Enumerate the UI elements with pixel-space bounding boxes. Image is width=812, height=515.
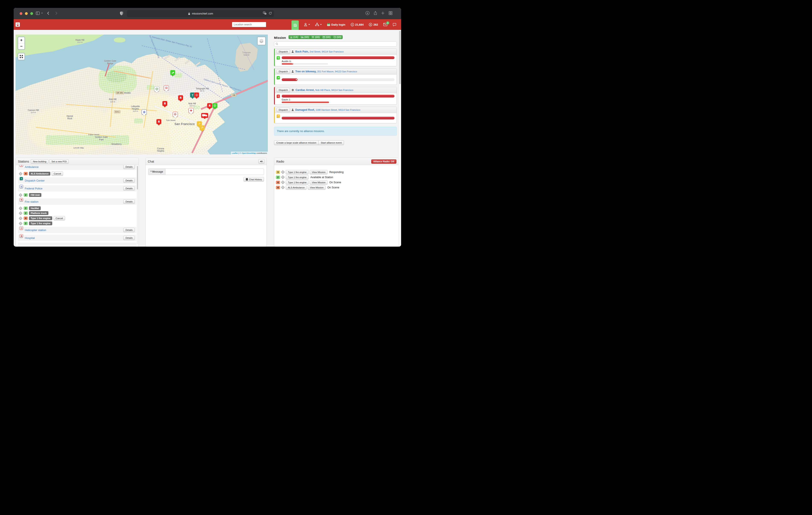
credits-display[interactable]: S 262 xyxy=(369,23,378,26)
osm-link[interactable]: © OpenStreetMap xyxy=(239,152,256,154)
mission-link[interactable]: Tree on bikeway, 201 Fort Mason, 94123 S… xyxy=(295,70,357,73)
station-row-federal-police[interactable]: Federal Police Details xyxy=(18,185,137,192)
cardiac-arrest-marker[interactable] xyxy=(194,92,199,100)
crosshair-icon[interactable] xyxy=(281,186,285,189)
start-alliance-event-button[interactable]: Start alliance event xyxy=(318,140,344,145)
poi-marker[interactable] xyxy=(200,125,205,133)
dispatch-button[interactable]: Dispatch xyxy=(277,88,290,92)
create-alliance-mission-button[interactable]: Create a large scale alliance mission xyxy=(274,140,319,145)
back-pain-marker[interactable] xyxy=(212,103,218,111)
mission-link[interactable]: Damaged Roof, 1188 Harrison Street, 9411… xyxy=(295,108,360,111)
station-row-hospital[interactable]: Hospital Details xyxy=(18,235,137,241)
filter-planned-button[interactable]: (0/0) xyxy=(321,35,332,39)
view-mission-button[interactable]: View Mission xyxy=(310,170,327,174)
set-poi-button[interactable]: Set a new POI xyxy=(49,159,69,164)
profile-menu[interactable] xyxy=(304,23,310,26)
tree-on-bikeway-marker[interactable] xyxy=(170,70,175,78)
zoom-control[interactable]: + − xyxy=(18,37,25,50)
crosshair-icon[interactable] xyxy=(281,181,285,184)
reload-icon[interactable] xyxy=(269,11,272,15)
messages-button[interactable]: 1 xyxy=(383,23,387,26)
mission-card-back-pain[interactable]: Dispatch Back Pain, 2nd Street, 94114 Sa… xyxy=(274,48,397,66)
vehicle-button[interactable]: ALS Ambulance xyxy=(29,172,50,175)
translate-icon[interactable]: A文 xyxy=(263,11,266,15)
chat-toggle-button[interactable] xyxy=(393,23,397,26)
station-link[interactable]: Hospital xyxy=(25,236,35,240)
coins-display[interactable]: C 21,684 xyxy=(351,23,364,26)
zoom-in-button[interactable]: + xyxy=(18,37,25,43)
details-button[interactable]: Details xyxy=(123,228,135,232)
dispatch-button[interactable]: Dispatch xyxy=(277,108,290,112)
forward-icon[interactable] xyxy=(54,11,58,16)
helicopter-station-marker[interactable] xyxy=(173,112,178,119)
crosshair-icon[interactable] xyxy=(19,207,22,210)
ambulance-marker[interactable] xyxy=(201,113,208,120)
crosshair-icon[interactable] xyxy=(19,222,22,225)
missions-tab[interactable] xyxy=(291,21,299,30)
station-row-fire-station[interactable]: Fire station Details xyxy=(18,198,137,205)
vehicle-button[interactable]: Type 1 fire engine xyxy=(286,170,309,174)
hospital-marker[interactable] xyxy=(188,108,194,116)
page-scrollbar[interactable] xyxy=(399,30,401,247)
view-mission-button[interactable]: View Mission xyxy=(310,180,327,185)
fullscreen-button[interactable] xyxy=(18,53,25,60)
mission-card-cardiac-arrest[interactable]: Dispatch Cardiac Arrest, Nob Hill Place,… xyxy=(274,87,397,105)
close-window-button[interactable] xyxy=(20,12,22,15)
vehicle-button[interactable]: Platform truck xyxy=(29,211,49,215)
safety-center-marker[interactable] xyxy=(154,86,159,94)
back-icon[interactable] xyxy=(46,11,51,16)
new-building-button[interactable]: New building xyxy=(31,159,49,164)
filter-time-button[interactable]: (0/0) xyxy=(332,35,343,39)
mission-link[interactable]: Cardiac Arrest, Nob Hill Place, 94114 Sa… xyxy=(295,88,353,91)
chat-message-input[interactable] xyxy=(165,168,264,175)
cancel-button[interactable]: Cancel xyxy=(52,171,63,176)
mission-search[interactable] xyxy=(274,42,397,47)
cancel-button[interactable]: Cancel xyxy=(54,216,65,220)
station-link[interactable]: Ambulance xyxy=(25,165,38,168)
station-link[interactable]: Fire station xyxy=(25,200,38,203)
vehicle-button[interactable]: ALS Ambulance xyxy=(286,185,307,190)
dispatch-button[interactable]: Dispatch xyxy=(277,69,290,74)
crosshair-icon[interactable] xyxy=(281,175,285,179)
details-button[interactable]: Details xyxy=(123,199,135,204)
federal-police-marker[interactable] xyxy=(142,109,147,117)
school-marker[interactable] xyxy=(164,85,169,93)
sidebar-chevron-icon[interactable] xyxy=(41,12,43,14)
filter-emergency-button[interactable]: (1/4) xyxy=(289,35,299,39)
alliance-radio-toggle[interactable]: Alliance Radio: Off xyxy=(371,159,397,164)
downloads-icon[interactable] xyxy=(365,11,370,16)
details-button[interactable]: Details xyxy=(123,236,135,240)
filter-transport-button[interactable]: (0/0) xyxy=(299,35,311,39)
zoom-window-button[interactable] xyxy=(30,12,33,15)
crosshair-icon[interactable] xyxy=(19,193,22,197)
vehicle-button[interactable]: FBI Unit xyxy=(29,193,41,197)
leaflet-link[interactable]: Leaflet xyxy=(232,152,238,154)
filter-patient-button[interactable]: (0/0) xyxy=(310,35,321,39)
details-button[interactable]: Details xyxy=(123,178,135,183)
alliance-menu[interactable] xyxy=(315,23,322,26)
station-link[interactable]: Dispatch Center xyxy=(25,179,45,182)
vehicle-button[interactable]: Type 1 fire engine xyxy=(286,175,309,180)
station-row-ambulance[interactable]: Ambulance Details xyxy=(18,165,137,170)
view-mission-button[interactable]: View Mission xyxy=(308,185,326,190)
details-button[interactable]: Details xyxy=(123,165,135,169)
missionchief-logo[interactable] xyxy=(16,22,20,27)
minimize-window-button[interactable] xyxy=(25,12,28,15)
mission-link[interactable]: Back Pain, 2nd Street, 94114 San Francis… xyxy=(295,50,344,53)
crosshair-icon[interactable] xyxy=(19,172,22,175)
dispatch-button[interactable]: Dispatch xyxy=(277,50,290,54)
station-row-helicopter-station[interactable]: Helicopter station Details xyxy=(18,227,137,233)
crosshair-icon[interactable] xyxy=(19,211,22,215)
station-building-marker[interactable] xyxy=(207,103,212,111)
vehicle-button[interactable]: Type 1 fire engine xyxy=(286,180,309,185)
details-button[interactable]: Details xyxy=(123,186,135,191)
leaflet-map[interactable]: Hawk Hill214 m Golden Gate Bridge Presid… xyxy=(16,34,268,155)
privacy-shield-icon[interactable] xyxy=(119,11,124,16)
fire-station-3-marker[interactable] xyxy=(156,119,162,127)
crosshair-icon[interactable] xyxy=(281,170,285,174)
daily-login[interactable]: Daily login xyxy=(327,23,345,26)
mission-search-input[interactable] xyxy=(279,42,395,46)
vehicle-button[interactable]: Type 1 fire engine xyxy=(29,216,52,220)
new-tab-icon[interactable] xyxy=(381,11,385,16)
fire-station-marker[interactable] xyxy=(178,95,183,103)
